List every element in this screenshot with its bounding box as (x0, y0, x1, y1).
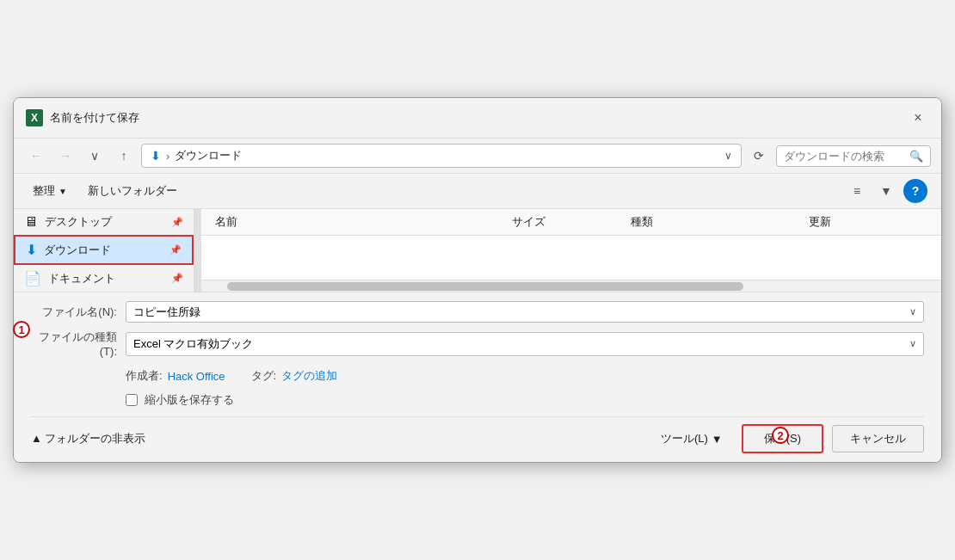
refresh-button[interactable]: ⟳ (747, 144, 771, 168)
path-separator: › (166, 150, 169, 163)
meta-row: 作成者: Hack Office タグ: タグの追加 (126, 365, 924, 387)
search-icon: 🔍 (909, 150, 923, 163)
filename-input[interactable] (133, 305, 909, 318)
author-label: 作成者: (126, 368, 163, 384)
address-bar[interactable]: ⬇ › ダウンロード ∨ (141, 144, 742, 168)
path-text: ダウンロード (175, 148, 242, 163)
step-1-indicator: 1 (13, 321, 30, 338)
col-header-updated[interactable]: 更新 (809, 214, 927, 230)
file-list[interactable] (201, 236, 941, 280)
back-button[interactable]: ← (24, 144, 48, 168)
author-item: 作成者: Hack Office (126, 368, 225, 384)
column-headers: 名前 サイズ 種類 更新 (201, 209, 941, 236)
filetype-input-wrapper[interactable]: Excel マクロ有効ブック ∨ (126, 332, 924, 356)
new-folder-button[interactable]: 新しいフォルダー (83, 180, 182, 202)
thumbnail-row: 縮小版を保存する (126, 392, 924, 408)
toolbar-right: ≡ ▼ ? (845, 179, 927, 203)
nav-bar: ← → ∨ ↑ ⬇ › ダウンロード ∨ ⟳ 🔍 (14, 138, 941, 174)
col-header-name[interactable]: 名前 (215, 214, 512, 230)
search-input[interactable] (784, 150, 906, 163)
filetype-chevron-icon: ∨ (909, 338, 916, 349)
pin-icon-downloads: 📌 (169, 244, 182, 255)
tags-value[interactable]: タグの追加 (281, 368, 337, 384)
cancel-button[interactable]: キャンセル (832, 425, 924, 452)
dialog-title: 名前を付けて保存 (50, 110, 139, 126)
organize-button[interactable]: 整理 ▼ (28, 180, 72, 202)
bottom-form: ファイル名(N): ∨ ファイルの種類(T): Excel マクロ有効ブック ∨… (14, 292, 941, 462)
view-dropdown-button[interactable]: ▼ (874, 179, 898, 203)
col-header-type[interactable]: 種類 (631, 214, 809, 230)
filetype-row: ファイルの種類(T): Excel マクロ有効ブック ∨ (31, 329, 924, 358)
address-chevron-button[interactable]: ∨ (724, 150, 732, 162)
filename-input-wrapper[interactable]: ∨ (126, 301, 924, 323)
downloads-icon: ⬇ (26, 242, 37, 258)
help-button[interactable]: ? (903, 179, 927, 203)
pin-icon-documents: 📌 (171, 273, 183, 284)
filename-row: ファイル名(N): ∨ (31, 301, 924, 323)
tools-button[interactable]: ツール(L) ▼ (650, 426, 733, 452)
pin-icon-desktop: 📌 (171, 217, 183, 228)
tools-chevron-icon: ▼ (712, 433, 723, 446)
folder-toggle-button[interactable]: ▲ フォルダーの非表示 (31, 431, 145, 446)
tags-item: タグ: タグの追加 (251, 368, 338, 384)
thumbnail-label: 縮小版を保存する (145, 392, 234, 408)
sidebar-item-desktop[interactable]: 🖥 デスクトップ 📌 (14, 209, 194, 235)
step-2-indicator: 2 (772, 427, 789, 444)
close-button[interactable]: × (907, 107, 929, 129)
sidebar: 🖥 デスクトップ 📌 ⬇ ダウンロード 📌 📄 ドキュメント 📌 (14, 209, 194, 292)
tags-label: タグ: (251, 368, 277, 384)
author-value[interactable]: Hack Office (168, 370, 225, 383)
download-icon: ⬇ (151, 149, 161, 163)
main-content: 🖥 デスクトップ 📌 ⬇ ダウンロード 📌 📄 ドキュメント 📌 (14, 209, 941, 292)
filename-label: ファイル名(N): (31, 305, 117, 320)
bottom-buttons: ▲ フォルダーの非表示 ツール(L) ▼ 保存(S) キャンセル (31, 416, 924, 453)
up-button[interactable]: ↑ (112, 144, 136, 168)
file-list-area: 名前 サイズ 種類 更新 (201, 209, 941, 292)
view-button[interactable]: ≡ (845, 179, 869, 203)
documents-icon: 📄 (24, 270, 41, 286)
excel-icon: X (26, 109, 43, 126)
title-bar-left: X 名前を付けて保存 (26, 109, 139, 126)
sidebar-item-documents[interactable]: 📄 ドキュメント 📌 (14, 265, 194, 292)
desktop-icon: 🖥 (24, 214, 38, 230)
forward-button[interactable]: → (53, 144, 77, 168)
sidebar-scrollbar[interactable] (194, 209, 201, 292)
filetype-value: Excel マクロ有効ブック (133, 336, 253, 352)
search-bar[interactable]: 🔍 (776, 145, 931, 167)
horizontal-scrollbar[interactable] (201, 280, 941, 292)
title-bar: X 名前を付けて保存 × (14, 98, 941, 138)
toolbar: 整理 ▼ 新しいフォルダー ≡ ▼ ? (14, 174, 941, 209)
thumbnail-checkbox[interactable] (126, 394, 138, 406)
col-header-size[interactable]: サイズ (512, 214, 631, 230)
filename-chevron-icon: ∨ (909, 306, 916, 317)
save-dialog: X 名前を付けて保存 × ← → ∨ ↑ ⬇ › ダウンロード ∨ ⟳ 🔍 (13, 97, 942, 463)
sidebar-item-downloads[interactable]: ⬇ ダウンロード 📌 (14, 235, 194, 265)
scrollbar-thumb (227, 282, 743, 291)
dropdown-button[interactable]: ∨ (83, 144, 107, 168)
filetype-label: ファイルの種類(T): (31, 329, 117, 358)
